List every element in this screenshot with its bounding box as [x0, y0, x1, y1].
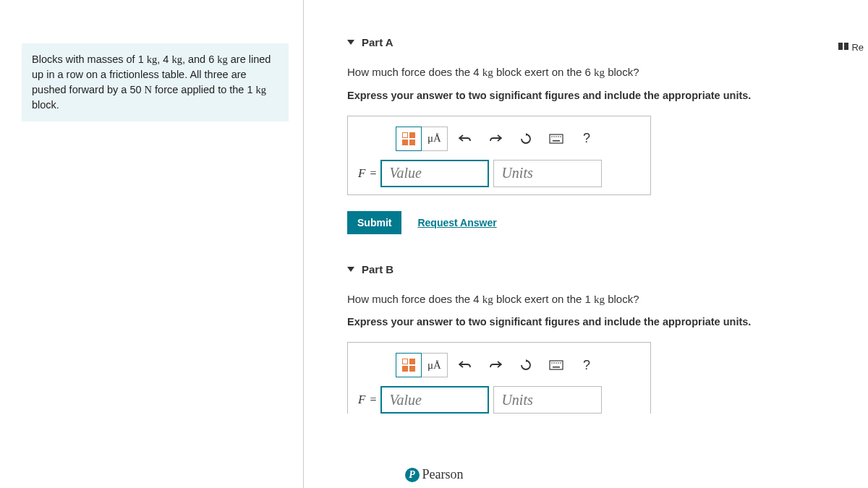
- caret-down-icon: [347, 267, 354, 272]
- redo-icon: [489, 360, 502, 370]
- book-icon: [838, 42, 848, 53]
- resources-link[interactable]: Re: [838, 42, 864, 53]
- templates-button[interactable]: [396, 353, 422, 377]
- part-b-answer-box: μÅ ? F =: [347, 342, 651, 414]
- equals-sign: =: [370, 393, 376, 406]
- reset-icon: [520, 133, 532, 145]
- svg-rect-0: [838, 43, 843, 50]
- svg-point-11: [553, 362, 555, 364]
- variable-label: F: [358, 393, 365, 407]
- svg-rect-9: [550, 361, 563, 369]
- variable-label: F: [358, 166, 365, 181]
- part-a-question: How much force does the 4 kg block exert…: [347, 64, 868, 81]
- caret-down-icon: [347, 40, 354, 45]
- part-a-answer-box: μÅ ? F =: [347, 116, 651, 195]
- part-a-instruction: Express your answer to two significant f…: [347, 90, 868, 101]
- svg-point-4: [553, 136, 555, 137]
- svg-rect-15: [553, 367, 560, 368]
- value-input[interactable]: [380, 160, 489, 187]
- svg-point-3: [551, 136, 553, 137]
- svg-point-7: [560, 136, 561, 137]
- problem-statement: Blocks with masses of 1 kg, 4 kg, and 6 …: [22, 43, 289, 121]
- units-input[interactable]: [493, 160, 602, 187]
- svg-point-12: [556, 362, 557, 364]
- templates-icon: [402, 359, 415, 372]
- part-b-title: Part B: [362, 263, 393, 275]
- svg-point-13: [558, 362, 559, 364]
- svg-point-5: [556, 136, 557, 137]
- help-button[interactable]: ?: [574, 127, 600, 151]
- help-button[interactable]: ?: [574, 353, 600, 377]
- part-b-question: How much force does the 4 kg block exert…: [347, 291, 868, 308]
- footer-brand: P Pearson: [0, 467, 868, 482]
- reset-icon: [520, 359, 532, 371]
- value-input[interactable]: [380, 386, 489, 414]
- equals-sign: =: [370, 167, 376, 180]
- undo-icon: [459, 134, 472, 144]
- svg-point-6: [558, 136, 559, 137]
- part-b-instruction: Express your answer to two significant f…: [347, 316, 868, 328]
- undo-button[interactable]: [452, 127, 478, 151]
- undo-button[interactable]: [452, 353, 478, 377]
- request-answer-link[interactable]: Request Answer: [417, 217, 496, 228]
- undo-icon: [459, 360, 472, 370]
- redo-button[interactable]: [482, 127, 509, 151]
- part-a-title: Part A: [362, 36, 393, 48]
- units-button[interactable]: μÅ: [422, 127, 448, 151]
- svg-point-14: [560, 362, 561, 364]
- reset-button[interactable]: [513, 127, 539, 151]
- part-b: Part B How much force does the 4 kg bloc…: [347, 263, 868, 414]
- units-input[interactable]: [493, 386, 602, 414]
- svg-rect-8: [553, 140, 560, 142]
- templates-icon: [402, 132, 415, 145]
- units-button[interactable]: μÅ: [422, 353, 448, 377]
- svg-rect-2: [550, 134, 563, 143]
- reset-button[interactable]: [513, 353, 539, 377]
- submit-button[interactable]: Submit: [347, 211, 401, 234]
- pearson-logo-icon: P: [405, 468, 420, 482]
- part-a-header[interactable]: Part A: [347, 36, 868, 48]
- redo-icon: [489, 134, 502, 144]
- svg-point-10: [551, 362, 553, 364]
- svg-rect-1: [844, 43, 848, 50]
- keyboard-icon: [549, 360, 563, 370]
- keyboard-icon: [549, 134, 563, 144]
- keyboard-button[interactable]: [543, 353, 569, 377]
- part-b-header[interactable]: Part B: [347, 263, 868, 275]
- keyboard-button[interactable]: [543, 127, 569, 151]
- part-a: Part A How much force does the 4 kg bloc…: [347, 36, 868, 234]
- redo-button[interactable]: [482, 353, 509, 377]
- templates-button[interactable]: [396, 127, 422, 151]
